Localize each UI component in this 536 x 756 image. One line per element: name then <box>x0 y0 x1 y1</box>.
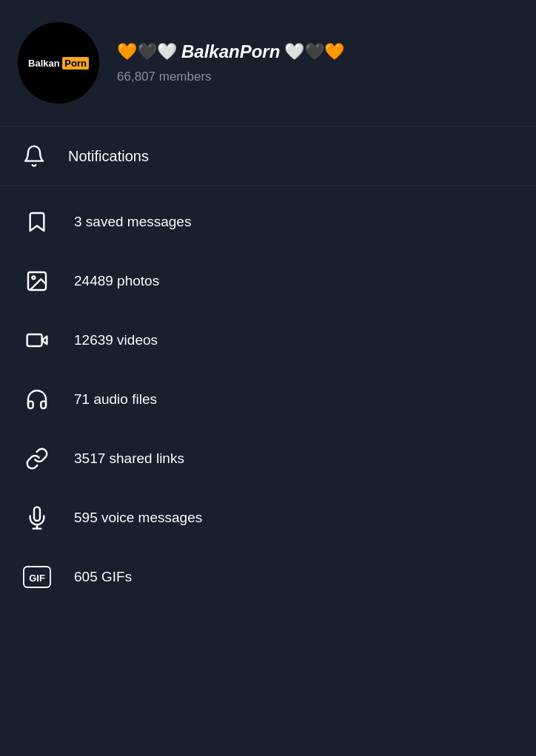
link-icon <box>21 442 53 475</box>
channel-header: Balkan Porn 🧡🖤🤍 BalkanPorn 🤍🖤🧡 66,807 me… <box>0 0 536 126</box>
header-info: 🧡🖤🤍 BalkanPorn 🤍🖤🧡 66,807 members <box>117 41 344 84</box>
channel-name-row: 🧡🖤🤍 BalkanPorn 🤍🖤🧡 <box>117 41 344 62</box>
members-count: 66,807 members <box>117 70 344 84</box>
gifs-label: 605 GIFs <box>74 569 132 585</box>
voice-item[interactable]: 595 voice messages <box>0 488 536 547</box>
avatar-logo: Balkan Porn <box>28 58 89 69</box>
bookmark-icon <box>21 206 53 238</box>
mic-icon <box>21 502 53 534</box>
gif-icon: GIF <box>21 561 53 593</box>
saved-messages-label: 3 saved messages <box>74 214 191 230</box>
svg-text:GIF: GIF <box>29 573 45 584</box>
notifications-row[interactable]: Notifications <box>0 126 536 186</box>
videos-label: 12639 videos <box>74 332 158 348</box>
gifs-item[interactable]: GIF 605 GIFs <box>0 547 536 607</box>
emoji-right: 🤍🖤🧡 <box>284 42 344 61</box>
links-item[interactable]: 3517 shared links <box>0 429 536 488</box>
audio-icon <box>21 383 53 416</box>
photo-icon <box>21 265 53 297</box>
videos-item[interactable]: 12639 videos <box>0 311 536 370</box>
links-label: 3517 shared links <box>74 450 184 467</box>
svg-rect-2 <box>27 334 42 346</box>
video-icon <box>21 324 53 357</box>
bell-icon <box>21 143 47 169</box>
audio-item[interactable]: 71 audio files <box>0 370 536 429</box>
audio-label: 71 audio files <box>74 391 157 408</box>
photos-label: 24489 photos <box>74 273 159 289</box>
emoji-left: 🧡🖤🤍 <box>117 42 177 61</box>
avatar: Balkan Porn <box>18 22 99 104</box>
channel-name: BalkanPorn <box>181 41 280 62</box>
saved-messages-item[interactable]: 3 saved messages <box>0 192 536 252</box>
voice-label: 595 voice messages <box>74 510 202 526</box>
avatar-highlight: Porn <box>62 57 89 70</box>
media-section: 3 saved messages 24489 photos 12639 vide… <box>0 186 536 612</box>
svg-point-1 <box>32 276 35 279</box>
notifications-label: Notifications <box>68 148 149 165</box>
photos-item[interactable]: 24489 photos <box>0 252 536 311</box>
